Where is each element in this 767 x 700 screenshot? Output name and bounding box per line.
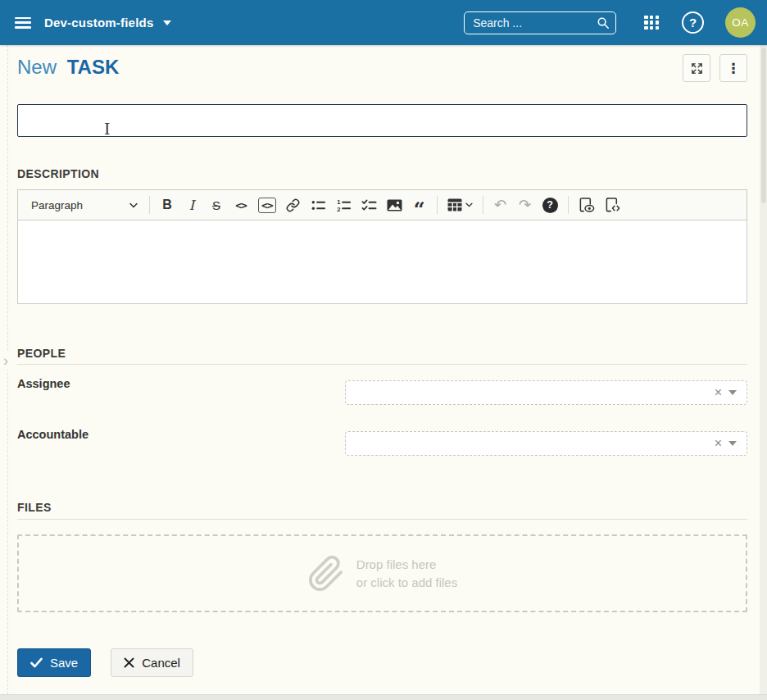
- link-icon: [286, 198, 300, 212]
- inline-code-icon: <>: [235, 199, 247, 211]
- people-section-label: PEOPLE: [17, 347, 66, 360]
- check-icon: [30, 657, 43, 668]
- preview-icon: [579, 197, 595, 213]
- paragraph-dropdown[interactable]: Paragraph: [23, 193, 144, 216]
- code-block-icon: <>: [258, 198, 276, 213]
- title-prefix: New: [17, 56, 57, 78]
- todo-list-icon: [361, 198, 377, 213]
- dropzone-text: Drop files here or click to add files: [356, 556, 457, 592]
- cancel-label: Cancel: [142, 656, 180, 670]
- clear-icon[interactable]: ×: [708, 437, 728, 450]
- source-icon: [605, 197, 621, 213]
- paragraph-dropdown-label: Paragraph: [31, 199, 83, 211]
- bold-button[interactable]: B: [155, 193, 179, 216]
- image-icon: [387, 199, 402, 211]
- italic-button[interactable]: I: [179, 193, 204, 216]
- menu-icon[interactable]: [15, 17, 31, 29]
- collapse-chevron-icon[interactable]: ›: [2, 352, 9, 370]
- editor-help-icon: ?: [542, 198, 558, 213]
- description-section-label: DESCRIPTION: [17, 167, 99, 180]
- save-label: Save: [50, 656, 78, 670]
- toolbar-separator: [437, 196, 438, 214]
- redo-button[interactable]: ↷: [513, 193, 538, 216]
- title-type[interactable]: TASK: [67, 56, 120, 78]
- source-button[interactable]: [600, 193, 626, 216]
- numbered-list-icon: 1 2: [336, 198, 352, 213]
- undo-button[interactable]: ↶: [488, 193, 513, 216]
- file-dropzone[interactable]: Drop files here or click to add files: [17, 534, 747, 612]
- more-button[interactable]: ⋮: [719, 54, 747, 82]
- cancel-button[interactable]: Cancel: [111, 648, 193, 677]
- vertical-scrollbar[interactable]: [760, 45, 767, 694]
- toolbar-separator: [568, 196, 569, 214]
- strikethrough-icon: S: [212, 198, 220, 212]
- editor-content[interactable]: [18, 220, 747, 303]
- code-block-button[interactable]: <>: [253, 193, 281, 216]
- undo-icon: ↶: [494, 196, 506, 214]
- bulleted-list-icon: [311, 198, 326, 213]
- dropzone-line1: Drop files here: [356, 556, 457, 574]
- sidebar-resize-handle[interactable]: [7, 45, 8, 694]
- bulleted-list-button[interactable]: [306, 193, 331, 216]
- paperclip-icon: [307, 555, 345, 593]
- avatar[interactable]: OA: [725, 7, 756, 38]
- editor-help-button[interactable]: ?: [538, 193, 563, 216]
- table-caret-icon: [465, 202, 473, 207]
- image-button[interactable]: [382, 193, 407, 216]
- paragraph-caret-icon: [129, 202, 138, 208]
- caret-down-icon: [163, 20, 171, 25]
- form-actions: Save Cancel: [17, 648, 193, 677]
- table-button[interactable]: [442, 193, 478, 216]
- inline-code-button[interactable]: <>: [229, 193, 253, 216]
- assignee-select[interactable]: ×: [345, 380, 747, 405]
- accountable-select[interactable]: ×: [345, 431, 747, 456]
- search-input[interactable]: [464, 11, 616, 34]
- dropzone-line2: or click to add files: [356, 574, 457, 592]
- page-title: New TASK: [17, 56, 119, 79]
- link-button[interactable]: [281, 193, 306, 216]
- block-quote-icon: “: [414, 206, 425, 214]
- topbar: Dev-custom-fields ? OA: [0, 0, 767, 45]
- assignee-label: Assignee: [17, 377, 70, 390]
- expand-button[interactable]: [683, 54, 710, 82]
- files-divider: [17, 519, 747, 520]
- accountable-label: Accountable: [17, 428, 88, 441]
- block-quote-button[interactable]: “: [407, 193, 432, 216]
- save-button[interactable]: Save: [17, 648, 91, 677]
- search-box: [464, 11, 616, 34]
- modules-grid-icon[interactable]: [644, 16, 659, 30]
- app-window: Dev-custom-fields ? OA › New TASK: [0, 0, 767, 700]
- toolbar-separator: [149, 196, 150, 214]
- expand-icon: [690, 61, 704, 75]
- italic-icon: I: [189, 198, 194, 213]
- project-selector[interactable]: Dev-custom-fields: [44, 16, 171, 30]
- redo-icon: ↷: [519, 196, 531, 214]
- toolbar-separator: [483, 196, 483, 214]
- title-actions: ⋮: [683, 54, 747, 82]
- files-section-label: FILES: [17, 501, 52, 514]
- numbered-list-button[interactable]: 1 2: [331, 193, 356, 216]
- editor-toolbar: Paragraph B I S <> <>: [18, 190, 747, 220]
- help-icon[interactable]: ?: [682, 11, 704, 34]
- scrollbar-thumb[interactable]: [761, 48, 766, 203]
- clear-icon[interactable]: ×: [708, 386, 728, 399]
- subject-input[interactable]: [17, 104, 747, 137]
- table-icon: [447, 198, 462, 211]
- todo-list-button[interactable]: [356, 193, 382, 216]
- kebab-icon: ⋮: [727, 61, 741, 75]
- svg-text:1: 1: [337, 198, 341, 205]
- strikethrough-button[interactable]: S: [204, 193, 229, 216]
- select-caret-icon[interactable]: [728, 441, 737, 446]
- people-divider: [17, 364, 747, 365]
- search-icon[interactable]: [597, 16, 610, 30]
- svg-text:2: 2: [337, 205, 340, 212]
- bold-icon: B: [162, 198, 172, 212]
- close-icon: [124, 657, 134, 668]
- preview-button[interactable]: [574, 193, 600, 216]
- project-name: Dev-custom-fields: [44, 16, 153, 30]
- description-editor: Paragraph B I S <> <>: [17, 189, 747, 304]
- select-caret-icon[interactable]: [728, 390, 737, 395]
- bottom-edge-strip: [0, 694, 767, 700]
